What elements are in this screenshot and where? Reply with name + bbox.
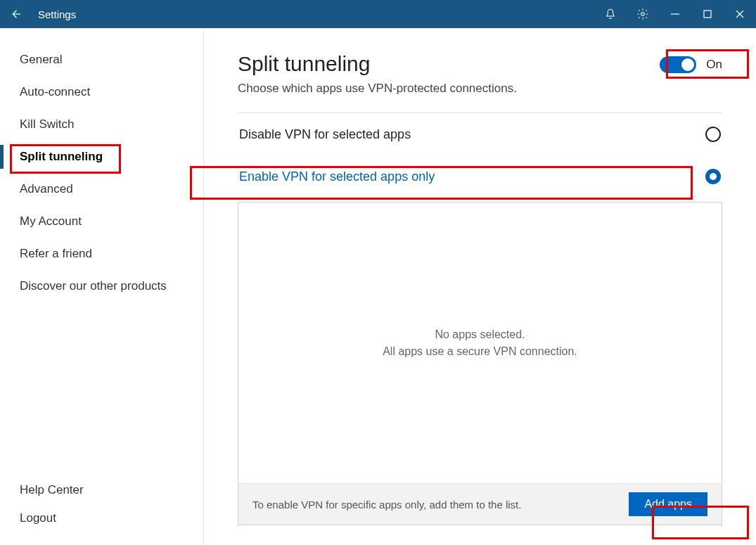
page-title: Split tunneling (238, 52, 517, 76)
sidebar-item-logout[interactable]: Logout (0, 504, 203, 532)
sidebar-item-general[interactable]: General (0, 44, 203, 76)
apps-list-box: No apps selected. All apps use a secure … (238, 202, 722, 525)
bell-icon (604, 8, 617, 20)
radio-selected-icon (705, 169, 721, 184)
sidebar-item-discover[interactable]: Discover our other products (0, 270, 203, 302)
main-panel: Split tunneling Choose which apps use VP… (204, 28, 756, 545)
apps-footer-hint: To enable VPN for specific apps only, ad… (252, 499, 521, 511)
sidebar-item-refer[interactable]: Refer a friend (0, 238, 203, 270)
sidebar-item-advanced[interactable]: Advanced (0, 173, 203, 205)
sidebar-item-my-account[interactable]: My Account (0, 205, 203, 238)
maximize-button[interactable] (691, 0, 724, 28)
toggle-state-label: On (706, 58, 722, 72)
apps-empty-line1: No apps selected. (435, 326, 525, 343)
apps-empty-line2: All apps use a secure VPN connection. (383, 343, 577, 360)
option-disable-vpn[interactable]: Disable VPN for selected apps (238, 113, 722, 155)
svg-rect-1 (704, 11, 711, 18)
settings-gear-button[interactable] (627, 0, 659, 28)
sidebar-item-killswitch[interactable]: Kill Switch (0, 108, 203, 141)
minimize-icon (670, 9, 680, 19)
radio-unselected-icon (705, 127, 721, 142)
svg-point-0 (641, 13, 645, 16)
close-icon (735, 9, 745, 19)
split-tunneling-toggle[interactable] (660, 56, 696, 73)
sidebar-item-autoconnect[interactable]: Auto-connect (0, 76, 203, 108)
sidebar: General Auto-connect Kill Switch Split t… (0, 28, 204, 545)
option-enable-vpn-only[interactable]: Enable VPN for selected apps only (238, 155, 722, 198)
option-label: Disable VPN for selected apps (239, 127, 411, 142)
back-button[interactable] (0, 0, 31, 28)
minimize-button[interactable] (659, 0, 691, 28)
add-apps-button[interactable]: Add apps (629, 492, 707, 516)
arrow-left-icon (9, 8, 22, 20)
sidebar-item-help[interactable]: Help Center (0, 476, 203, 504)
sidebar-item-split-tunneling[interactable]: Split tunneling (0, 141, 203, 173)
window-title: Settings (31, 8, 76, 20)
gear-icon (636, 8, 649, 20)
page-subtitle: Choose which apps use VPN-protected conn… (238, 82, 517, 96)
close-button[interactable] (724, 0, 756, 28)
maximize-icon (703, 10, 712, 18)
option-label: Enable VPN for selected apps only (239, 169, 435, 184)
notifications-button[interactable] (594, 0, 627, 28)
titlebar: Settings (0, 0, 756, 28)
